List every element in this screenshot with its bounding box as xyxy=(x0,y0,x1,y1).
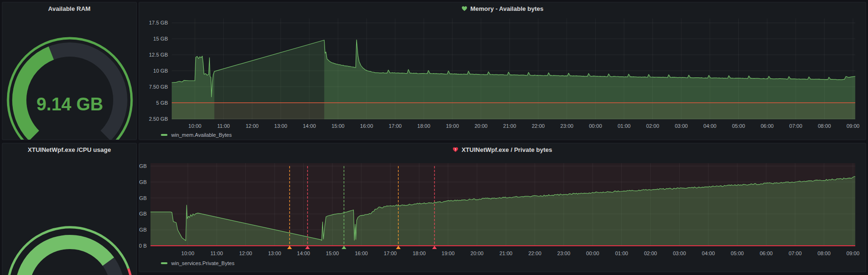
ram-gauge: 9.14 GB xyxy=(2,15,137,140)
svg-text:5 GB: 5 GB xyxy=(139,163,147,169)
svg-text:09:00: 09:00 xyxy=(846,250,860,256)
cpu-gauge xyxy=(2,156,137,275)
svg-text:23:00: 23:00 xyxy=(557,250,570,256)
svg-text:9.14 GB: 9.14 GB xyxy=(36,94,103,114)
svg-text:17:00: 17:00 xyxy=(389,123,402,129)
svg-text:05:00: 05:00 xyxy=(732,123,745,129)
panel-title-text: XTUINetWpf.exe / Private bytes xyxy=(461,146,552,153)
svg-text:10:00: 10:00 xyxy=(188,123,201,129)
svg-text:14:00: 14:00 xyxy=(297,250,310,256)
panel-private-bytes: XTUINetWpf.exe / Private bytes 0 B1 GB2 … xyxy=(139,143,866,272)
svg-text:22:00: 22:00 xyxy=(532,123,545,129)
svg-text:08:00: 08:00 xyxy=(818,250,831,256)
panel-title-text: Available RAM xyxy=(48,5,91,12)
svg-text:00:00: 00:00 xyxy=(586,250,600,256)
panel-title-cpu-usage[interactable]: XTUINetWpf.exe /CPU usage xyxy=(2,143,136,156)
svg-text:15:00: 15:00 xyxy=(332,123,345,129)
svg-text:21:00: 21:00 xyxy=(503,123,517,129)
svg-text:09:00: 09:00 xyxy=(846,123,860,129)
svg-text:23:00: 23:00 xyxy=(560,123,574,129)
svg-text:03:00: 03:00 xyxy=(673,250,686,256)
svg-text:19:00: 19:00 xyxy=(446,123,459,129)
svg-text:05:00: 05:00 xyxy=(731,250,744,256)
svg-text:3 GB: 3 GB xyxy=(139,195,147,201)
legend-series-swatch xyxy=(161,134,167,136)
panel-title-memory[interactable]: Memory - Available bytes xyxy=(139,2,866,15)
svg-text:03:00: 03:00 xyxy=(675,123,688,129)
svg-text:20:00: 20:00 xyxy=(470,250,484,256)
private-bytes-chart-canvas[interactable]: 0 B1 GB2 GB3 GB4 GB5 GB10:0011:0012:0013… xyxy=(139,156,866,258)
svg-text:10 GB: 10 GB xyxy=(153,68,168,74)
svg-text:2 GB: 2 GB xyxy=(139,211,147,217)
svg-text:07:00: 07:00 xyxy=(789,123,802,129)
svg-text:02:00: 02:00 xyxy=(644,250,657,256)
svg-text:00:00: 00:00 xyxy=(589,123,602,129)
svg-text:02:00: 02:00 xyxy=(646,123,659,129)
svg-text:19:00: 19:00 xyxy=(442,250,455,256)
alert-broken-heart-icon xyxy=(452,147,459,152)
svg-text:06:00: 06:00 xyxy=(760,250,773,256)
svg-text:18:00: 18:00 xyxy=(413,250,426,256)
svg-text:07:00: 07:00 xyxy=(789,250,802,256)
panel-title-text: XTUINetWpf.exe /CPU usage xyxy=(28,146,111,153)
svg-text:11:00: 11:00 xyxy=(210,250,223,256)
panel-available-ram: Available RAM 9.14 GB xyxy=(2,2,137,140)
legend-series-label: win_services.Private_Bytes xyxy=(171,260,234,266)
svg-text:01:00: 01:00 xyxy=(615,250,628,256)
panel-memory-available-bytes: Memory - Available bytes 2.50 GB5 GB7.50… xyxy=(139,2,866,140)
grafana-dashboard: Available RAM 9.14 GB Memory - Available… xyxy=(0,0,868,275)
svg-text:11:00: 11:00 xyxy=(217,123,230,129)
svg-text:06:00: 06:00 xyxy=(760,123,774,129)
svg-text:14:00: 14:00 xyxy=(303,123,316,129)
svg-text:5 GB: 5 GB xyxy=(156,100,168,106)
svg-text:12.5 GB: 12.5 GB xyxy=(149,52,168,58)
svg-text:2.50 GB: 2.50 GB xyxy=(149,116,168,122)
svg-text:13:00: 13:00 xyxy=(268,250,281,256)
svg-text:0 B: 0 B xyxy=(139,243,147,249)
svg-text:08:00: 08:00 xyxy=(818,123,831,129)
svg-text:15 GB: 15 GB xyxy=(153,36,168,42)
alert-ok-heart-icon xyxy=(461,6,467,11)
svg-text:10:00: 10:00 xyxy=(181,250,194,256)
svg-text:22:00: 22:00 xyxy=(528,250,542,256)
memory-chart-canvas[interactable]: 2.50 GB5 GB7.50 GB10 GB12.5 GB15 GB17.5 … xyxy=(139,15,866,130)
svg-text:04:00: 04:00 xyxy=(702,250,715,256)
svg-text:17:00: 17:00 xyxy=(384,250,397,256)
legend-item-available-bytes[interactable]: win_mem.Available_Bytes xyxy=(139,130,866,140)
panel-title-text: Memory - Available bytes xyxy=(470,5,543,12)
svg-text:15:00: 15:00 xyxy=(326,250,339,256)
svg-text:7.50 GB: 7.50 GB xyxy=(149,84,168,90)
svg-text:20:00: 20:00 xyxy=(475,123,488,129)
svg-text:17.5 GB: 17.5 GB xyxy=(149,20,168,25)
legend-item-private-bytes[interactable]: win_services.Private_Bytes xyxy=(139,258,866,268)
svg-text:4 GB: 4 GB xyxy=(139,179,147,185)
svg-text:16:00: 16:00 xyxy=(360,123,373,129)
legend-series-label: win_mem.Available_Bytes xyxy=(171,132,232,138)
svg-text:04:00: 04:00 xyxy=(703,123,717,129)
legend-series-swatch xyxy=(161,262,167,264)
panel-title-private-bytes[interactable]: XTUINetWpf.exe / Private bytes xyxy=(139,143,866,156)
svg-text:12:00: 12:00 xyxy=(246,123,259,129)
svg-text:1 GB: 1 GB xyxy=(139,227,147,233)
svg-text:01:00: 01:00 xyxy=(618,123,631,129)
svg-text:18:00: 18:00 xyxy=(417,123,431,129)
svg-text:12:00: 12:00 xyxy=(239,250,252,256)
svg-text:21:00: 21:00 xyxy=(500,250,513,256)
panel-title-available-ram[interactable]: Available RAM xyxy=(2,2,136,15)
panel-cpu-usage: XTUINetWpf.exe /CPU usage xyxy=(2,143,137,275)
svg-text:16:00: 16:00 xyxy=(355,250,368,256)
svg-text:13:00: 13:00 xyxy=(274,123,287,129)
